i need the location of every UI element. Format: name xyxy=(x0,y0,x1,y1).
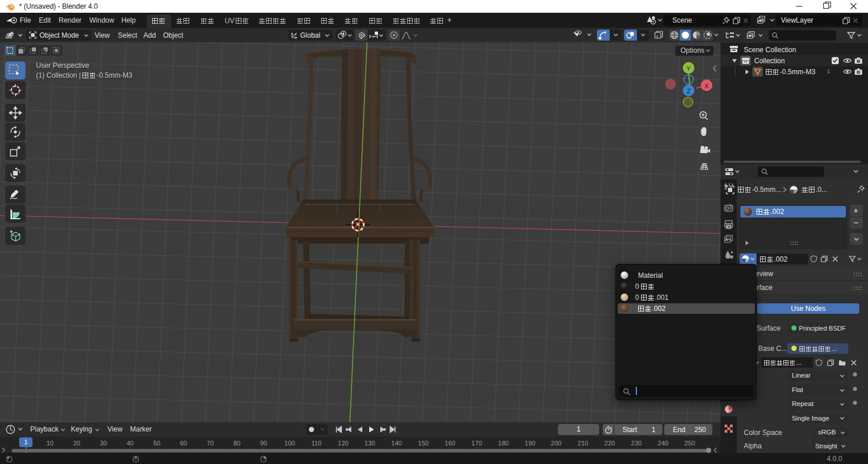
svg-text:Y: Y xyxy=(686,65,691,72)
svg-text:X: X xyxy=(704,82,709,89)
svg-text:Z: Z xyxy=(687,88,691,95)
